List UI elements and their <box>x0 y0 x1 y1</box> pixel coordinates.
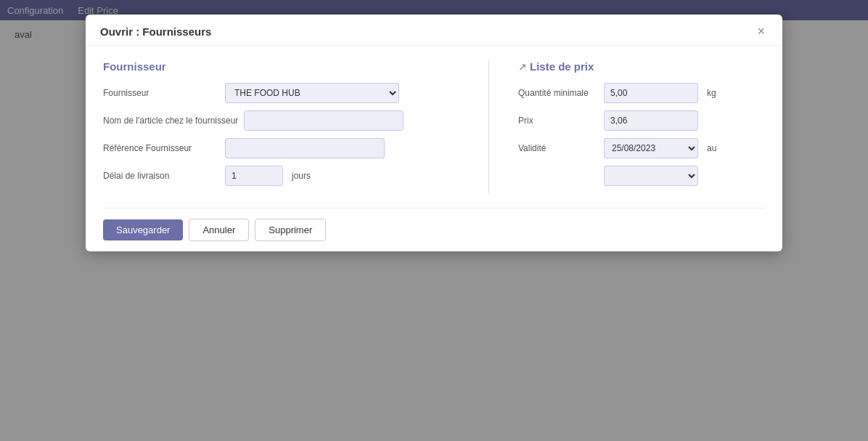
delai-livraison-input[interactable] <box>225 166 283 186</box>
nom-article-label: Nom de l'article chez le fournisseur <box>103 116 238 126</box>
save-button[interactable]: Sauvegarder <box>103 219 183 240</box>
prix-value-input[interactable] <box>604 110 698 131</box>
fournisseur-select[interactable]: THE FOOD HUB <box>225 83 399 103</box>
modal-overlay: Ouvrir : Fournisseurs × Fournisseur Four… <box>0 0 868 441</box>
modal-body: Fournisseur Fournisseur THE FOOD HUB Nom… <box>86 46 782 208</box>
reference-input[interactable] <box>225 138 385 158</box>
prix-section: ↗ Liste de prix Quantité minimale kg Pri… <box>518 60 765 193</box>
fournisseur-section: Fournisseur Fournisseur THE FOOD HUB Nom… <box>103 60 459 193</box>
prix-section-title: Liste de prix <box>530 60 594 73</box>
validite-input[interactable]: 25/08/2023 <box>604 138 698 158</box>
modal-dialog: Ouvrir : Fournisseurs × Fournisseur Four… <box>86 15 782 251</box>
validite-au-suffix: au <box>707 143 716 153</box>
section-divider <box>488 60 489 193</box>
nom-article-row: Nom de l'article chez le fournisseur <box>103 110 459 131</box>
validite-end-row <box>518 166 765 186</box>
modal-header: Ouvrir : Fournisseurs × <box>86 15 782 46</box>
validite-row: Validité 25/08/2023 au <box>518 138 765 158</box>
modal-title: Ouvrir : Fournisseurs <box>100 25 211 38</box>
delai-label: Délai de livraison <box>103 171 219 181</box>
fournisseur-label: Fournisseur <box>103 88 219 98</box>
validite-label: Validité <box>518 143 598 153</box>
modal-close-button[interactable]: × <box>754 25 768 38</box>
quantite-suffix: kg <box>707 88 716 98</box>
delai-row: Délai de livraison jours <box>103 166 459 186</box>
external-link-icon[interactable]: ↗ <box>518 61 527 73</box>
prix-label: Prix <box>518 116 598 126</box>
validite-end-select[interactable] <box>604 166 698 186</box>
quantite-minimale-row: Quantité minimale kg <box>518 83 765 103</box>
nom-article-input[interactable] <box>244 110 404 131</box>
reference-label: Référence Fournisseur <box>103 143 219 153</box>
quantite-minimale-label: Quantité minimale <box>518 88 598 98</box>
reference-row: Référence Fournisseur <box>103 138 459 158</box>
modal-footer: Sauvegarder Annuler Supprimer <box>86 209 782 251</box>
fournisseur-row: Fournisseur THE FOOD HUB <box>103 83 459 103</box>
prix-row: Prix <box>518 110 765 131</box>
delai-suffix: jours <box>292 171 311 181</box>
delete-button[interactable]: Supprimer <box>255 219 326 241</box>
fournisseur-section-title: Fournisseur <box>103 60 459 73</box>
quantite-minimale-input[interactable] <box>604 83 698 103</box>
cancel-button[interactable]: Annuler <box>189 219 249 241</box>
